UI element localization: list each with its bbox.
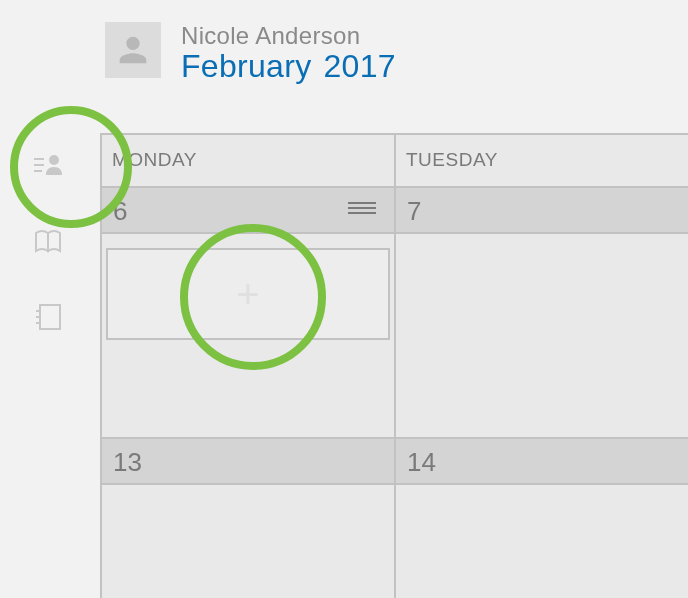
plus-icon: + [236, 274, 259, 314]
date-row-week1: 6 7 [102, 188, 688, 234]
date-number: 13 [113, 447, 142, 477]
day-header-monday: MONDAY [102, 135, 394, 186]
date-cell-tuesday-14[interactable]: 14 [394, 439, 688, 483]
date-row-week2: 13 14 [102, 439, 688, 485]
calendar-header: Nicole Anderson February2017 [105, 22, 396, 85]
date-cell-tuesday-7[interactable]: 7 [394, 188, 688, 232]
sidebar-notes-button[interactable] [30, 299, 66, 335]
svg-rect-4 [40, 305, 60, 329]
content-cell-monday-13[interactable] [102, 485, 394, 598]
book-icon [32, 225, 64, 257]
date-number: 6 [113, 196, 127, 226]
year-label: 2017 [323, 48, 395, 84]
month-year[interactable]: February2017 [181, 48, 396, 85]
add-event-button[interactable]: + [106, 248, 390, 340]
date-cell-monday-6[interactable]: 6 [102, 188, 394, 232]
person-icon [113, 30, 153, 70]
content-row-week2 [102, 485, 688, 598]
content-cell-tuesday-14[interactable] [394, 485, 688, 598]
notebook-icon [32, 301, 64, 333]
user-avatar[interactable] [105, 22, 161, 78]
calendar-grid: MONDAY TUESDAY 6 7 + 13 14 [100, 133, 688, 598]
sidebar-people-button[interactable] [30, 147, 66, 183]
content-cell-tuesday-7[interactable] [394, 234, 688, 437]
sidebar-book-button[interactable] [30, 223, 66, 259]
month-label: February [181, 48, 311, 84]
content-cell-monday-6[interactable]: + [102, 234, 394, 437]
header-text: Nicole Anderson February2017 [181, 22, 396, 85]
content-row-week1: + [102, 234, 688, 439]
user-name: Nicole Anderson [181, 22, 396, 50]
day-header-tuesday: TUESDAY [394, 135, 688, 186]
date-number: 14 [407, 447, 436, 477]
date-number: 7 [407, 196, 421, 226]
list-person-icon [32, 149, 64, 181]
svg-point-3 [49, 155, 59, 165]
day-headers-row: MONDAY TUESDAY [102, 135, 688, 188]
drag-handle-icon[interactable] [348, 202, 376, 214]
date-cell-monday-13[interactable]: 13 [102, 439, 394, 483]
sidebar [30, 147, 66, 335]
